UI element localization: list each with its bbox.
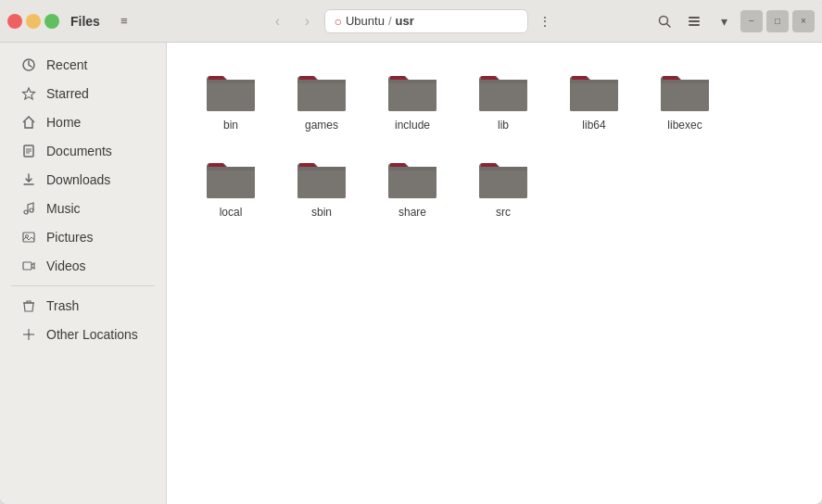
videos-icon [20,258,37,274]
folder-icon-lib [477,70,529,113]
svg-rect-39 [479,167,527,198]
folder-item-local[interactable]: local [189,148,272,228]
sidebar-item-downloads[interactable]: Downloads [6,166,160,194]
titlebar-right: ▾ − □ × [648,8,815,34]
close-button[interactable]: × [7,14,22,29]
sidebar-item-trash[interactable]: Trash [6,292,160,320]
svg-rect-36 [297,167,346,170]
folder-label-include: include [395,119,430,133]
titlebar-center: ‹ › ○ Ubuntu / usr ⋮ [174,8,648,34]
view-options-button[interactable]: ▾ [711,8,737,34]
svg-rect-2 [689,17,700,19]
folder-item-libexec[interactable]: libexec [643,61,727,141]
svg-rect-23 [297,80,346,111]
sidebar-item-home[interactable]: Home [6,108,160,136]
downloads-icon [20,171,37,188]
titlebar: × − □ Files ≡ ‹ › ○ Ubuntu / usr ⋮ [0,0,822,43]
more-options-button[interactable]: ⋮ [532,8,558,34]
folder-item-src[interactable]: src [462,148,545,228]
svg-rect-31 [661,80,709,111]
hamburger-button[interactable]: ≡ [111,8,137,34]
svg-rect-29 [570,80,618,111]
app-title: Files [70,14,100,29]
folder-icon-lib64 [568,70,620,113]
folder-icon-bin [205,70,257,113]
folder-icon-share [386,158,438,200]
folder-label-libexec: libexec [667,119,702,133]
sidebar-item-documents[interactable]: Documents [6,137,160,165]
folder-icon-games [296,70,348,113]
sidebar-item-videos-label: Videos [46,258,86,273]
recent-icon [20,57,37,73]
svg-rect-16 [23,262,32,270]
folder-label-sbin: sbin [311,206,332,220]
svg-rect-3 [689,20,700,22]
folder-item-sbin[interactable]: sbin [280,148,363,228]
forward-button[interactable]: › [295,8,321,34]
sidebar-item-recent-label: Recent [46,57,87,72]
search-icon [657,14,672,29]
window-minimize-button[interactable]: − [740,10,763,32]
sidebar-item-pictures-label: Pictures [46,230,94,245]
svg-rect-25 [388,80,436,111]
sidebar-item-music[interactable]: Music [6,195,160,222]
maximize-button[interactable]: □ [44,14,59,29]
sidebar-item-music-label: Music [46,201,81,216]
location-icon: ○ [335,14,342,29]
search-button[interactable] [651,8,677,34]
home-icon [20,114,37,131]
sidebar-item-trash-label: Trash [46,298,79,313]
sidebar-item-other-locations[interactable]: Other Locations [6,321,160,348]
path-usr: usr [396,14,414,28]
back-button[interactable]: ‹ [265,8,291,34]
svg-rect-24 [297,80,346,83]
path-ubuntu: Ubuntu [346,14,385,28]
list-view-button[interactable] [681,8,707,34]
svg-rect-22 [207,80,255,83]
music-icon [20,200,37,217]
sidebar-divider [11,285,155,286]
starred-icon [20,85,37,102]
other-locations-icon [20,326,37,343]
folder-label-local: local [220,206,243,220]
svg-rect-28 [479,80,527,83]
window-close-button[interactable]: × [792,10,815,32]
folder-label-lib64: lib64 [582,119,605,133]
path-separator: / [388,14,392,28]
svg-rect-37 [388,167,436,198]
folder-item-share[interactable]: share [371,148,454,228]
minimize-button[interactable]: − [26,14,41,29]
path-bar[interactable]: ○ Ubuntu / usr [324,9,528,33]
svg-line-1 [667,23,671,27]
main-window: × − □ Files ≡ ‹ › ○ Ubuntu / usr ⋮ [0,0,822,504]
folder-item-lib[interactable]: lib [462,61,545,141]
file-area: bin games [167,43,822,504]
sidebar-item-starred[interactable]: Starred [6,80,160,107]
svg-rect-38 [388,167,436,170]
file-grid: bin games [189,61,800,227]
folder-label-lib: lib [498,119,509,133]
folder-item-lib64[interactable]: lib64 [552,61,636,141]
svg-rect-33 [207,167,255,198]
folder-label-share: share [398,206,426,220]
sidebar-item-home-label: Home [46,115,81,130]
sidebar-item-documents-label: Documents [46,144,112,158]
folder-icon-libexec [659,70,711,113]
svg-marker-6 [23,88,35,99]
folder-item-include[interactable]: include [371,61,454,141]
folder-label-src: src [496,206,511,220]
list-view-icon [687,14,702,29]
folder-item-bin[interactable]: bin [189,61,272,141]
folder-icon-include [386,70,438,113]
sidebar-item-pictures[interactable]: Pictures [6,223,160,251]
svg-point-12 [24,210,28,214]
sidebar-item-recent[interactable]: Recent [6,51,160,79]
folder-icon-src [477,158,529,200]
window-maximize-button[interactable]: □ [766,10,789,32]
folder-item-games[interactable]: games [280,61,363,141]
svg-rect-4 [689,24,700,26]
folder-label-games: games [305,119,338,133]
svg-rect-35 [297,167,346,198]
svg-rect-30 [570,80,618,83]
sidebar-item-videos[interactable]: Videos [6,252,160,280]
